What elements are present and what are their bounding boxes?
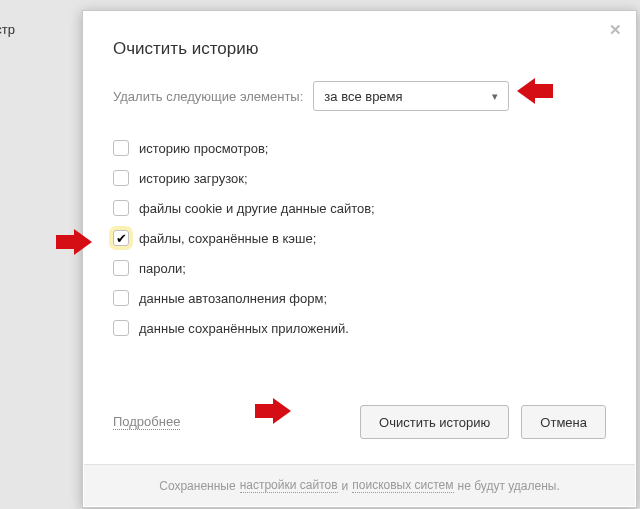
- check-browsing-history[interactable]: историю просмотров;: [113, 133, 636, 163]
- clear-history-dialog: ✕ Очистить историю Удалить следующие эле…: [82, 10, 637, 508]
- more-link[interactable]: Подробнее: [113, 414, 180, 430]
- checkbox-list: историю просмотров; историю загрузок; фа…: [83, 111, 636, 343]
- check-label: файлы, сохранённые в кэше;: [139, 231, 316, 246]
- checkbox-icon: [113, 290, 129, 306]
- check-label: историю загрузок;: [139, 171, 248, 186]
- clear-history-button[interactable]: Очистить историю: [360, 405, 509, 439]
- checkbox-icon: [113, 320, 129, 336]
- time-range-label: Удалить следующие элементы:: [113, 89, 303, 104]
- time-range-row: Удалить следующие элементы: за все время…: [83, 59, 636, 111]
- check-passwords[interactable]: пароли;: [113, 253, 636, 283]
- arrow-annotation-icon: [74, 229, 92, 255]
- chevron-down-icon: ▾: [492, 90, 498, 103]
- time-range-select[interactable]: за все время ▾: [313, 81, 509, 111]
- checkbox-icon: [113, 170, 129, 186]
- check-cookies[interactable]: файлы cookie и другие данные сайтов;: [113, 193, 636, 223]
- background-page-text: агрузки стр ацию: [0, 0, 15, 98]
- check-label: файлы cookie и другие данные сайтов;: [139, 201, 375, 216]
- check-cached-files[interactable]: ✔ файлы, сохранённые в кэше;: [113, 223, 636, 253]
- cancel-button[interactable]: Отмена: [521, 405, 606, 439]
- check-app-data[interactable]: данные сохранённых приложений.: [113, 313, 636, 343]
- checkbox-checked-icon: ✔: [113, 230, 129, 246]
- dialog-actions: Подробнее Очистить историю Отмена: [113, 405, 606, 439]
- check-label: пароли;: [139, 261, 186, 276]
- check-label: данные автозаполнения форм;: [139, 291, 327, 306]
- check-label: историю просмотров;: [139, 141, 268, 156]
- checkbox-icon: [113, 200, 129, 216]
- checkbox-icon: [113, 140, 129, 156]
- check-download-history[interactable]: историю загрузок;: [113, 163, 636, 193]
- dialog-footer: Сохраненные настройки сайтов и поисковых…: [84, 464, 635, 506]
- search-engines-link[interactable]: поисковых систем: [352, 478, 453, 493]
- checkbox-icon: [113, 260, 129, 276]
- arrow-annotation-icon: [273, 398, 291, 424]
- arrow-annotation-icon: [517, 78, 535, 104]
- time-range-value: за все время: [324, 89, 402, 104]
- site-settings-link[interactable]: настройки сайтов: [240, 478, 338, 493]
- close-icon[interactable]: ✕: [606, 21, 624, 39]
- dialog-title: Очистить историю: [83, 11, 636, 59]
- check-label: данные сохранённых приложений.: [139, 321, 349, 336]
- check-autofill[interactable]: данные автозаполнения форм;: [113, 283, 636, 313]
